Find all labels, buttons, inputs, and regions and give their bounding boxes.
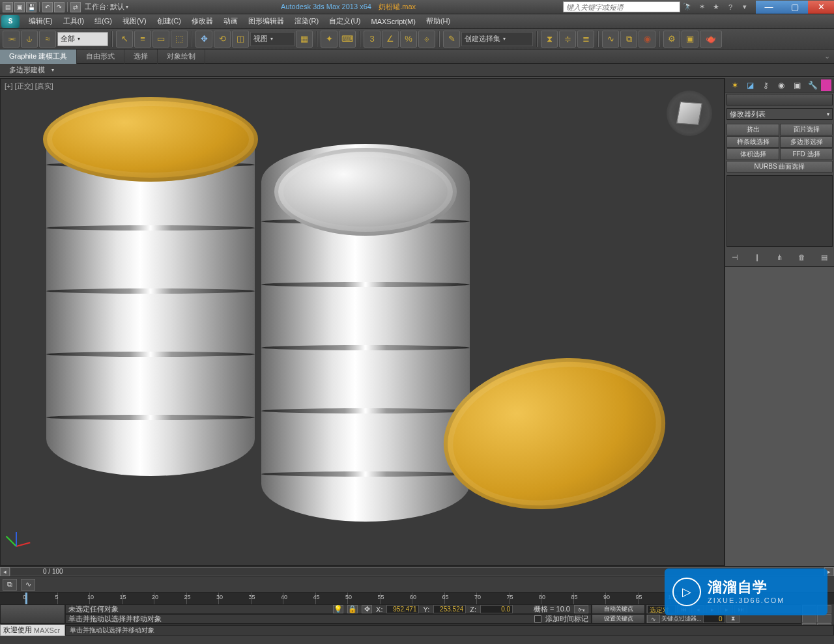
setkey-button[interactable]: 设置关键点 xyxy=(592,614,645,624)
utilities-tab-icon[interactable]: 🔧 xyxy=(805,79,820,91)
menu-MAXScript(M)[interactable]: MAXScript(M) xyxy=(366,14,420,29)
menu-帮助(H)[interactable]: 帮助(H) xyxy=(421,14,455,29)
modifier-stack[interactable] xyxy=(726,175,833,247)
color-swatch[interactable] xyxy=(821,79,831,91)
hierarchy-tab-icon[interactable]: ⚷ xyxy=(759,79,773,91)
redo-icon[interactable]: ↷ xyxy=(54,2,65,12)
align-icon[interactable]: ≑ xyxy=(559,31,576,48)
help-icon[interactable]: ? xyxy=(723,1,738,13)
menu-自定义(U)[interactable]: 自定义(U) xyxy=(324,14,366,29)
maximize-button[interactable]: ▢ xyxy=(782,1,808,14)
remove-mod-icon[interactable]: 🗑 xyxy=(796,252,808,262)
modifier-list-dropdown[interactable]: 修改器列表▾ xyxy=(726,108,833,120)
undo-icon[interactable]: ↶ xyxy=(42,2,53,12)
render-setup-icon[interactable]: ⚙ xyxy=(663,31,680,48)
select-rect-icon[interactable]: ▭ xyxy=(152,31,169,48)
cmd-btn-3[interactable]: 多边形选择 xyxy=(780,136,833,148)
search-input[interactable] xyxy=(563,1,680,12)
window-crossing-icon[interactable]: ⬚ xyxy=(171,31,188,48)
welcome-box[interactable]: 欢迎使用 MAXScr xyxy=(0,624,65,636)
ribbon-tab-3[interactable]: 对象绘制 xyxy=(158,49,205,64)
modify-tab-icon[interactable]: ◪ xyxy=(743,79,758,91)
keyfilter-button[interactable]: 关键点过滤器... xyxy=(661,615,702,623)
close-button[interactable]: ✕ xyxy=(808,1,834,14)
binoculars-icon[interactable]: 🔭 xyxy=(680,1,695,13)
dropdown-icon[interactable]: ▾ xyxy=(738,1,752,13)
schematic-icon[interactable]: ⧉ xyxy=(620,31,637,48)
show-end-icon[interactable]: ∥ xyxy=(751,252,763,262)
add-time-label[interactable]: 添加时间标记 xyxy=(545,614,588,624)
ribbon-tab-2[interactable]: 选择 xyxy=(124,49,158,64)
configure-sets-icon[interactable]: ▤ xyxy=(818,252,830,262)
ribbon-expand-icon[interactable]: ⌄ xyxy=(820,52,834,61)
addtime-checkbox[interactable] xyxy=(534,615,541,623)
time-config-icon[interactable]: ⧉ xyxy=(3,579,17,591)
selection-filter-dropdown[interactable]: 全部▾ xyxy=(57,32,108,46)
ribbon-panel-polymodel[interactable]: 多边形建模 xyxy=(4,65,50,75)
key-filters-icon[interactable]: ∿ xyxy=(647,615,660,623)
keyboard-icon[interactable]: ⌨ xyxy=(339,31,356,48)
curve-editor-icon[interactable]: ∿ xyxy=(602,31,619,48)
autokey-button[interactable]: 自动关键点 xyxy=(592,604,645,614)
display-tab-icon[interactable]: ▣ xyxy=(790,79,804,91)
edit-named-sel-icon[interactable]: ✎ xyxy=(443,31,460,48)
cmd-btn-2[interactable]: 样条线选择 xyxy=(726,136,779,148)
select-object-icon[interactable]: ↖ xyxy=(116,31,133,48)
render-frame-icon[interactable]: ▣ xyxy=(682,31,698,48)
make-unique-icon[interactable]: ⋔ xyxy=(774,252,786,262)
ribbon-tab-1[interactable]: 自由形式 xyxy=(77,49,124,64)
named-selection-dropdown[interactable]: 创建选择集▾ xyxy=(461,32,533,46)
object-name-field[interactable] xyxy=(726,94,833,105)
y-field[interactable]: 253.524 xyxy=(433,605,466,613)
app-logo-icon[interactable]: S xyxy=(1,15,20,28)
lock-icon[interactable]: 💡 xyxy=(333,605,343,613)
move-icon[interactable]: ✥ xyxy=(195,31,212,48)
ribbon-tab-0[interactable]: Graphite 建模工具 xyxy=(0,49,77,64)
motion-tab-icon[interactable]: ◉ xyxy=(775,79,789,91)
select-link-icon[interactable]: ⫘ xyxy=(3,31,20,48)
track-left-icon[interactable]: ◂ xyxy=(0,567,10,576)
viewport-label[interactable]: [+] [正交] [真实] xyxy=(5,81,53,91)
time-config2-icon[interactable]: ⧗ xyxy=(726,615,740,623)
menu-组(G)[interactable]: 组(G) xyxy=(89,14,117,29)
percent-snap-icon[interactable]: % xyxy=(400,31,417,48)
scale-icon[interactable]: ◫ xyxy=(232,31,249,48)
viewcube[interactable] xyxy=(667,91,712,136)
menu-创建(C)[interactable]: 创建(C) xyxy=(152,14,186,29)
x-field[interactable]: 952.471 xyxy=(386,605,419,613)
refsys-dropdown[interactable]: 视图▾ xyxy=(250,32,295,46)
link-icon[interactable]: ⇄ xyxy=(70,2,81,12)
menu-工具(I)[interactable]: 工具(I) xyxy=(58,14,89,29)
open-icon[interactable]: ▣ xyxy=(14,2,25,12)
minimize-button[interactable]: — xyxy=(756,1,782,14)
key-icon[interactable]: 🗝 xyxy=(574,605,588,613)
menu-图形编辑器[interactable]: 图形编辑器 xyxy=(243,14,289,29)
manip-icon[interactable]: ✦ xyxy=(321,31,338,48)
mini-curve-icon[interactable]: ∿ xyxy=(21,579,35,591)
cmd-btn-5[interactable]: FFD 选择 xyxy=(780,148,833,160)
layers-icon[interactable]: ≣ xyxy=(577,31,594,48)
unlink-icon[interactable]: ⫝ xyxy=(21,31,38,48)
snap3-icon[interactable]: 3 xyxy=(364,31,381,48)
select-name-icon[interactable]: ≡ xyxy=(134,31,151,48)
menu-动画[interactable]: 动画 xyxy=(218,14,243,29)
save-icon[interactable]: 💾 xyxy=(26,2,36,12)
viewport[interactable]: [+] [正交] [真实] xyxy=(0,78,725,566)
menu-渲染(R)[interactable]: 渲染(R) xyxy=(289,14,324,29)
cmd-btn-1[interactable]: 面片选择 xyxy=(780,124,833,135)
bind-icon[interactable]: ≈ xyxy=(39,31,56,48)
rotate-icon[interactable]: ⟲ xyxy=(214,31,231,48)
mirror-icon[interactable]: ⧗ xyxy=(541,31,558,48)
favorite-icon[interactable]: ★ xyxy=(709,1,723,13)
spinner-snap-icon[interactable]: ⟐ xyxy=(418,31,435,48)
selection-lock-icon[interactable]: 🔒 xyxy=(347,605,358,613)
material-editor-icon[interactable]: ◉ xyxy=(639,31,655,48)
exchange-icon[interactable]: ✶ xyxy=(695,1,709,13)
current-frame-field[interactable]: 0 xyxy=(703,615,725,623)
cmd-btn-4[interactable]: 体积选择 xyxy=(726,148,779,160)
pin-stack-icon[interactable]: ⊣ xyxy=(729,252,741,262)
cmd-btn-6[interactable]: NURBS 曲面选择 xyxy=(726,161,833,173)
workspace-dropdown[interactable]: 工作台: 默认▾ xyxy=(82,2,131,12)
angle-snap-icon[interactable]: ∠ xyxy=(382,31,399,48)
menu-视图(V)[interactable]: 视图(V) xyxy=(117,14,152,29)
